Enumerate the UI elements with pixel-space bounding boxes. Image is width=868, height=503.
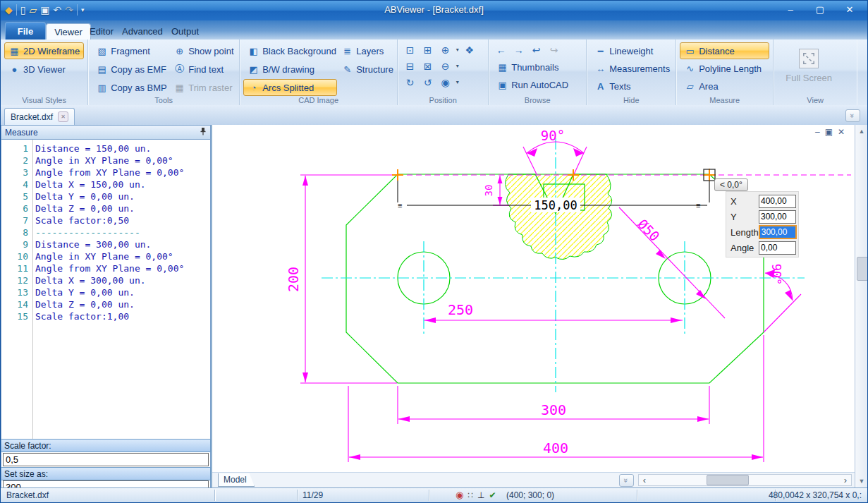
svg-text:400: 400 xyxy=(543,440,568,456)
scale-factor-input[interactable] xyxy=(3,453,209,466)
copy-as-bmp-button[interactable]: ▥ Copy as BMP xyxy=(92,79,169,96)
rotate-page-icon[interactable]: ⊡ xyxy=(401,42,419,58)
vertical-scroll-thumb[interactable] xyxy=(857,257,868,281)
bw-drawing-icon: ◩ xyxy=(247,64,259,75)
2d-wireframe-button[interactable]: ▦ 2D Wireframe xyxy=(4,42,84,59)
zoom-in-icon[interactable]: ⊕ xyxy=(436,42,454,58)
ribbon: ▦ 2D Wireframe ● 3D Viewer Visual Styles… xyxy=(1,40,867,106)
previous-page-icon[interactable]: ← xyxy=(492,42,510,58)
area-icon: ▱ xyxy=(684,81,696,92)
measure-line: 3Angle from XY Plane = 0,00° xyxy=(1,166,210,178)
group-label: Visual Styles xyxy=(1,96,87,104)
structure-button[interactable]: ✎ Structure xyxy=(337,61,393,78)
texts-button[interactable]: A Texts xyxy=(590,78,672,95)
scroll-right-icon[interactable]: › xyxy=(840,475,851,485)
maximize-button[interactable]: ▢ xyxy=(809,2,831,16)
horizontal-scroll-thumb[interactable] xyxy=(707,475,749,485)
show-point-button[interactable]: ⊕ Show point xyxy=(169,42,236,59)
zoom-selected-icon[interactable]: ◉ xyxy=(436,74,454,90)
set-size-label: Set size as: xyxy=(1,467,211,480)
measure-line: 5Delta Y = 0,00 un. xyxy=(1,190,210,202)
tab-bar-expand-button[interactable]: » xyxy=(845,109,860,122)
layout-expand-button[interactable]: » xyxy=(619,474,634,487)
document-tab-bracket[interactable]: Bracket.dxf ✕ xyxy=(4,108,75,125)
grid-icon[interactable]: ∷ xyxy=(467,490,473,500)
group-label: Tools xyxy=(88,96,239,104)
tab-output[interactable]: Output xyxy=(164,23,206,40)
trim-raster-icon: ▦ xyxy=(173,83,185,93)
zoom-out-icon[interactable]: ⊖ xyxy=(436,58,454,74)
area-button[interactable]: ▱ Area xyxy=(680,78,769,95)
next-page-icon[interactable]: → xyxy=(510,42,527,58)
full-screen-button[interactable]: Full Screen xyxy=(781,43,836,88)
previous-view-icon[interactable]: ↩ xyxy=(527,42,545,58)
tab-advanced[interactable]: Advanced xyxy=(115,23,170,40)
pan-icon[interactable]: ❖ xyxy=(460,42,478,58)
arcs-splitted-button[interactable]: ◔ Arcs Splitted xyxy=(243,79,337,96)
svg-text:30: 30 xyxy=(483,185,494,197)
copy-as-emf-button[interactable]: ▤ Copy as EMF xyxy=(92,61,169,78)
measure-line: 15Scale factor:1,00 xyxy=(1,310,210,322)
ortho-icon[interactable]: ⊥ xyxy=(477,490,484,500)
find-text-button[interactable]: Ⓐ Find text xyxy=(169,61,236,78)
vertical-scrollbar[interactable]: ▲ ▼ xyxy=(855,125,868,487)
3d-viewer-button[interactable]: ● 3D Viewer xyxy=(4,61,84,78)
cad-canvas[interactable]: 200 30 90° 250 xyxy=(212,125,855,472)
angle-tooltip: < 0,0° xyxy=(714,178,748,191)
copy-emf-icon: ▤ xyxy=(96,64,108,75)
coord-length-input[interactable] xyxy=(759,225,797,239)
ribbon-tab-row: File Viewer Editor Advanced Output ✎ ▾ ∧… xyxy=(1,20,867,40)
scroll-left-icon[interactable]: ‹ xyxy=(639,475,650,485)
fit-to-screen-icon[interactable]: ⊠ xyxy=(419,58,436,74)
mdi-restore-icon[interactable]: ▣ xyxy=(825,127,833,137)
lineweight-button[interactable]: ━ Lineweight xyxy=(590,42,672,59)
zoom-in-dropdown-icon[interactable]: ▾ xyxy=(454,47,460,53)
measure-lines[interactable]: 1Distance = 150,00 un.2Angle in XY Plane… xyxy=(1,140,211,439)
osnap-icon[interactable]: ◉ xyxy=(456,490,463,500)
run-autocad-button[interactable]: ▣ Run AutoCAD xyxy=(492,76,582,93)
polyline-length-button[interactable]: ∿ Polyline Length xyxy=(680,60,769,77)
rotate-angle-icon[interactable]: ↻ xyxy=(401,74,419,90)
measure-panel-header: Measure xyxy=(1,125,211,140)
copy-view-icon[interactable]: ⊟ xyxy=(401,58,419,74)
coord-y-input[interactable] xyxy=(759,210,796,224)
run-autocad-icon: ▣ xyxy=(496,80,508,90)
coord-angle-input[interactable] xyxy=(759,241,796,255)
trim-raster-button[interactable]: ▦ Trim raster xyxy=(169,79,236,96)
measurements-button[interactable]: ↔ Measurements xyxy=(590,60,672,77)
fragment-button[interactable]: ▧ Fragment xyxy=(92,42,169,59)
ribbon-group-position: ⊡ ⊞ ⊕▾ ❖ ⊟ ⊠ ⊖▾ ↻ ↺ ◉▾ Position xyxy=(398,40,489,105)
tab-close-icon[interactable]: ✕ xyxy=(58,111,68,122)
draw-check-icon[interactable]: ✔ xyxy=(489,490,496,500)
distance-button[interactable]: ▭ Distance xyxy=(680,42,769,59)
measure-line: 6Delta Z = 0,00 un. xyxy=(1,202,210,214)
next-view-icon[interactable]: ↪ xyxy=(545,42,563,58)
thumbnails-button[interactable]: ▦ Thumbnails xyxy=(492,59,582,75)
horizontal-scrollbar[interactable]: ‹ › xyxy=(638,474,852,486)
coord-x-input[interactable] xyxy=(759,195,796,208)
scroll-up-icon[interactable]: ▲ xyxy=(855,128,868,135)
thumbnails-icon: ▦ xyxy=(496,62,508,73)
minimize-button[interactable]: – xyxy=(780,2,801,16)
pin-icon[interactable] xyxy=(200,127,207,138)
mdi-minimize-icon[interactable]: – xyxy=(815,127,820,137)
zoom-out-dropdown-icon[interactable]: ▾ xyxy=(454,63,460,69)
ribbon-group-browse: ← → ↩ ↪ ▦ Thumbnails ▣ Run AutoCAD Brows… xyxy=(489,40,587,105)
bw-drawing-button[interactable]: ◩ B/W drawing xyxy=(243,61,337,78)
layers-button[interactable]: ≣ Layers xyxy=(337,42,393,59)
ribbon-group-view: Full Screen View xyxy=(774,40,857,105)
group-label: Measure xyxy=(676,96,773,104)
show-point-icon: ⊕ xyxy=(173,46,185,56)
black-background-button[interactable]: ◧ Black Background xyxy=(243,42,337,59)
scroll-down-icon[interactable]: ▼ xyxy=(855,478,868,485)
measure-line: 14Delta Z = 0,00 un. xyxy=(1,298,210,310)
model-tab[interactable]: Model xyxy=(218,473,255,487)
zoom-selected-dropdown-icon[interactable]: ▾ xyxy=(454,79,460,85)
zoom-window-icon[interactable]: ⊞ xyxy=(419,42,436,58)
close-button[interactable]: ✕ xyxy=(839,2,860,16)
full-screen-icon xyxy=(799,49,819,68)
status-bar: Bracket.dxf 11/29 ◉ ∷ ⊥ ✔ (400; 300; 0) … xyxy=(1,487,867,503)
rotate-view-icon[interactable]: ↺ xyxy=(419,74,436,90)
tab-file[interactable]: File xyxy=(5,22,46,40)
mdi-close-icon[interactable]: ✕ xyxy=(838,127,845,137)
